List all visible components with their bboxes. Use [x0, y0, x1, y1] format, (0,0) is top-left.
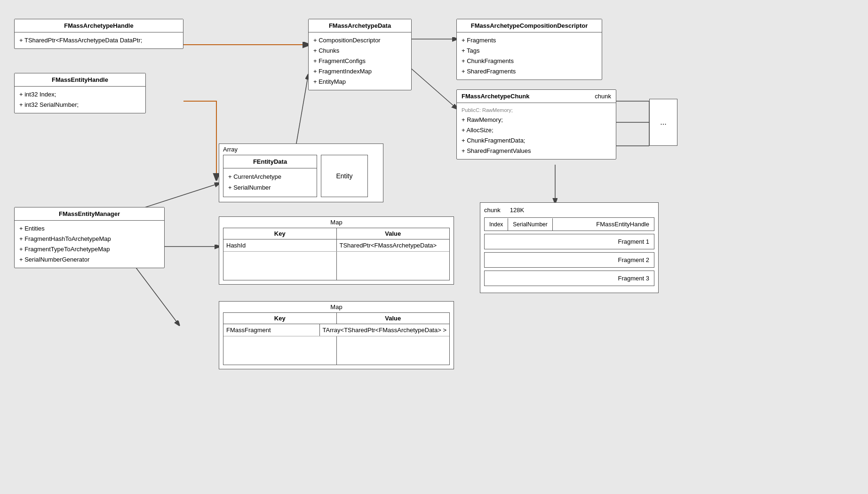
- map2-key-header: Key: [223, 313, 337, 324]
- chunk-fragment1: Fragment 1: [484, 234, 654, 249]
- archetype-handle-body: + TSharedPtr<FMassArchetypeData DataPtr;: [15, 32, 183, 48]
- entity-handle-field-1: + int32 SerialNumber;: [19, 100, 141, 110]
- map1-empty-val: [337, 252, 450, 266]
- archetype-data-field-3: + FragmentIndexMap: [313, 66, 406, 77]
- composition-descriptor-box: FMassArchetypeCompositionDescriptor + Fr…: [456, 19, 602, 80]
- map2-empty-key: [223, 336, 337, 351]
- map2-label: Map: [219, 302, 454, 312]
- archetype-chunk-title: FMassArchetypeChunk: [462, 93, 529, 100]
- composition-descriptor-field-3: + SharedFragments: [462, 66, 597, 77]
- archetype-handle-title: FMassArchetypeHandle: [15, 19, 183, 32]
- map1-label: Map: [219, 217, 454, 228]
- entity-label: Entity: [336, 172, 352, 180]
- chunk-handle-row: Index SerialNumber FMassEntityHandle: [484, 217, 654, 231]
- composition-descriptor-field-2: + ChunkFragments: [462, 56, 597, 66]
- composition-descriptor-field-0: + Fragments: [462, 35, 597, 46]
- archetype-data-body: + CompositionDescriptor + Chunks + Fragm…: [309, 32, 411, 90]
- chunk-serial: SerialNumber: [508, 218, 552, 231]
- entity-manager-title: FMassEntityManager: [15, 207, 164, 221]
- map2-empty-key2: [223, 351, 337, 365]
- archetype-chunk-field-0: + RawMemory;: [462, 115, 611, 125]
- entity-data-title: FEntityData: [223, 155, 317, 168]
- map1-value: TSharedPtr<FMassArchetypeData>: [337, 239, 450, 251]
- ellipsis-text: ...: [660, 118, 666, 127]
- archetype-data-field-0: + CompositionDescriptor: [313, 35, 406, 46]
- map1-key-header: Key: [223, 228, 337, 239]
- entity-data-field-1: + SerialNumber: [228, 182, 312, 193]
- chunk-fragment3: Fragment 3: [484, 271, 654, 286]
- entity-data-subbox: FEntityData + CurrentArchetype + SerialN…: [223, 155, 317, 197]
- entity-handle-field-0: + int32 Index;: [19, 89, 141, 100]
- chunk-label-top: chunk: [595, 93, 611, 100]
- map2-empty-val2: [337, 351, 450, 365]
- map1-value-header: Value: [337, 228, 450, 239]
- archetype-data-field-1: + Chunks: [313, 46, 406, 56]
- map1-empty-key2: [223, 266, 337, 280]
- archetype-handle-field-0: + TSharedPtr<FMassArchetypeData DataPtr;: [19, 35, 178, 46]
- entity-handle-body: + int32 Index; + int32 SerialNumber;: [15, 87, 145, 113]
- entity-manager-field-1: + FragmentHashToArchetypeMap: [19, 234, 159, 244]
- archetype-data-title: FMassArchetypeData: [309, 19, 411, 32]
- archetype-chunk-field-1: + AllocSize;: [462, 125, 611, 135]
- composition-descriptor-title: FMassArchetypeCompositionDescriptor: [457, 19, 602, 32]
- map2-empty-val: [337, 336, 450, 351]
- map1-box: Map Key Value HashId TSharedPtr<FMassArc…: [219, 216, 454, 285]
- archetype-chunk-body: PublicC: RawMemory; + RawMemory; + Alloc…: [457, 103, 616, 159]
- archetype-chunk-field-2: + ChunkFragmentData;: [462, 135, 611, 146]
- composition-descriptor-body: + Fragments + Tags + ChunkFragments + Sh…: [457, 32, 602, 80]
- archetype-chunk-field-3: + SharedFragmentValues: [462, 146, 611, 156]
- archetype-data-box: FMassArchetypeData + CompositionDescript…: [308, 19, 412, 90]
- entity-data-body: + CurrentArchetype + SerialNumber: [223, 168, 317, 196]
- entity-data-field-0: + CurrentArchetype: [228, 171, 312, 182]
- map1-table: Key Value HashId TSharedPtr<FMassArchety…: [223, 228, 450, 280]
- array-label: Array: [219, 144, 383, 155]
- chunk-header: chunk 128K: [484, 207, 654, 214]
- entity-box: Entity: [321, 155, 368, 197]
- entity-manager-box: FMassEntityManager + Entities + Fragment…: [14, 207, 165, 268]
- entity-handle-box: FMassEntityHandle + int32 Index; + int32…: [14, 73, 146, 113]
- chunk-index: Index: [485, 218, 508, 231]
- archetype-handle-box: FMassArchetypeHandle + TSharedPtr<FMassA…: [14, 19, 183, 49]
- map1-hashid: HashId: [223, 239, 337, 251]
- entity-manager-field-0: + Entities: [19, 223, 159, 234]
- archetype-chunk-box: FMassArchetypeChunk chunk PublicC: RawMe…: [456, 89, 616, 159]
- chunk-entity-handle: FMassEntityHandle: [553, 218, 654, 231]
- chunk-size-label: 128K: [510, 207, 524, 214]
- entity-manager-field-2: + FragmentTypeToArchetypeMap: [19, 244, 159, 255]
- entity-manager-field-3: + SerialNumberGenerator: [19, 255, 159, 265]
- map2-value: TArray<TSharedPtr<FMassArchetypeData> >: [320, 324, 449, 336]
- chunk-detail-box: chunk 128K Index SerialNumber FMassEntit…: [480, 202, 659, 293]
- svg-line-3: [132, 262, 179, 325]
- map2-box: Map Key Value FMassFragment TArray<TShar…: [219, 301, 454, 369]
- entity-manager-body: + Entities + FragmentHashToArchetypeMap …: [15, 221, 164, 268]
- archetype-chunk-overlay: PublicC: RawMemory;: [462, 106, 611, 115]
- map1-empty-key: [223, 252, 337, 266]
- archetype-data-field-4: + EntityMap: [313, 77, 406, 87]
- map2-value-header: Value: [337, 313, 450, 324]
- array-container: Array FEntityData + CurrentArchetype + S…: [219, 143, 383, 202]
- ellipsis-box: ...: [649, 99, 677, 146]
- map2-table: Key Value FMassFragment TArray<TSharedPt…: [223, 312, 450, 365]
- map2-fragment: FMassFragment: [223, 324, 320, 336]
- composition-descriptor-field-1: + Tags: [462, 46, 597, 56]
- map1-empty-val2: [337, 266, 450, 280]
- entity-handle-title: FMassEntityHandle: [15, 73, 145, 87]
- archetype-data-field-2: + FragmentConfigs: [313, 56, 406, 66]
- chunk-header-label: chunk: [484, 207, 501, 214]
- chunk-fragment2: Fragment 2: [484, 252, 654, 268]
